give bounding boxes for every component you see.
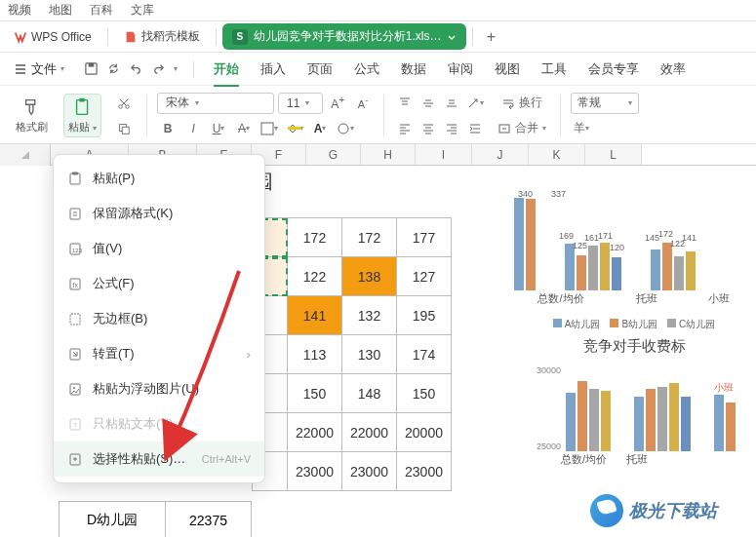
cell-highlighted[interactable]: 141	[288, 296, 342, 335]
number-format-select[interactable]: 常规 ▾	[571, 93, 639, 114]
svg-text:123: 123	[72, 248, 83, 253]
tab-data[interactable]: 数据	[401, 60, 426, 78]
cell[interactable]: 177	[397, 218, 452, 257]
copy-button[interactable]	[113, 118, 135, 139]
font-color-button[interactable]: A▾	[309, 118, 331, 139]
col-header[interactable]: G	[306, 144, 361, 165]
cell[interactable]: 195	[397, 296, 452, 335]
cell[interactable]: 172	[342, 218, 397, 257]
dropdown-icon[interactable]	[447, 32, 457, 42]
cell[interactable]: 148	[342, 374, 397, 413]
tab-page[interactable]: 页面	[307, 60, 333, 78]
cell[interactable]: D幼儿园	[59, 501, 166, 537]
embedded-charts[interactable]: 340 337 169 125 161 171 120 145 172	[512, 185, 756, 537]
clipboard-format-icon	[67, 206, 83, 221]
align-middle-button[interactable]	[418, 93, 439, 114]
data-table[interactable]: 172 172 177 122 138 127 141 132 195 113 …	[252, 217, 452, 491]
cell[interactable]: 130	[342, 335, 397, 374]
menu-item-paste-special[interactable]: 选择性粘贴(S)… Ctrl+Alt+V	[54, 441, 264, 477]
phonetic-button[interactable]: ▾	[335, 118, 356, 139]
decrease-font-button[interactable]: A-	[352, 93, 374, 114]
tab-wps-home[interactable]: WPS Office	[4, 26, 101, 48]
bar-chart-1[interactable]: 340 337 169 125 161 171 120 145 172	[512, 189, 756, 316]
tab-formula[interactable]: 公式	[354, 60, 379, 78]
fill-color-button[interactable]: ▾	[284, 118, 305, 139]
menu-item-paste[interactable]: 粘贴(P)	[54, 161, 264, 196]
nav-item[interactable]: 视频	[8, 2, 31, 19]
tab-view[interactable]: 视图	[495, 60, 520, 78]
col-header[interactable]: L	[585, 144, 642, 165]
font-name-select[interactable]: 宋体 ▾	[157, 93, 274, 114]
bold-button[interactable]: B	[157, 118, 179, 139]
strikethrough-button[interactable]: A▾	[233, 118, 255, 139]
cell[interactable]: 150	[288, 374, 342, 413]
tab-home[interactable]: 开始	[214, 60, 239, 78]
underline-button[interactable]: U▾	[208, 118, 229, 139]
bar	[526, 199, 536, 290]
tab-current-file[interactable]: S 幼儿园竞争对手数据对比分析1.xls…	[222, 23, 467, 50]
tab-membership[interactable]: 会员专享	[588, 60, 639, 78]
menu-item-as-picture[interactable]: 粘贴为浮动图片(U)	[54, 371, 264, 406]
nav-item[interactable]: 地图	[49, 2, 72, 19]
cell[interactable]: 22375	[166, 501, 252, 537]
undo-icon[interactable]	[129, 61, 143, 76]
indent-button[interactable]	[464, 118, 486, 139]
cell[interactable]: 122	[288, 257, 342, 296]
cell[interactable]: 22000	[342, 413, 397, 452]
save-icon[interactable]	[84, 61, 99, 76]
cell[interactable]: 172	[288, 218, 342, 257]
cell[interactable]: 150	[397, 374, 452, 413]
cell[interactable]: 132	[342, 296, 397, 335]
cell[interactable]: 22000	[288, 413, 342, 452]
tab-add-button[interactable]: +	[479, 25, 502, 49]
increase-font-button[interactable]: A+	[327, 93, 348, 114]
orientation-button[interactable]: ▾	[464, 93, 486, 114]
tab-tools[interactable]: 工具	[541, 60, 567, 78]
spreadsheet-icon: S	[232, 29, 248, 45]
align-bottom-button[interactable]	[441, 93, 462, 114]
align-top-button[interactable]	[394, 93, 416, 114]
qat-more-icon[interactable]: ▾	[174, 64, 178, 73]
tab-insert[interactable]: 插入	[260, 60, 286, 78]
cell[interactable]: 20000	[397, 413, 452, 452]
col-header[interactable]: J	[472, 144, 529, 165]
nav-item[interactable]: 文库	[131, 2, 154, 19]
border-button[interactable]: ▾	[259, 118, 280, 139]
redo-icon[interactable]	[151, 61, 166, 76]
align-left-button[interactable]	[394, 118, 416, 139]
menu-item-keep-source[interactable]: 保留源格式(K)	[54, 196, 264, 231]
cell[interactable]: 23000	[342, 452, 397, 491]
col-header[interactable]: K	[529, 144, 585, 165]
cell[interactable]: 23000	[288, 452, 342, 491]
bar-group	[634, 383, 691, 451]
menu-item-transpose[interactable]: 转置(T) ›	[54, 336, 264, 371]
cell[interactable]: 127	[397, 257, 452, 296]
cell[interactable]: 113	[288, 335, 342, 374]
tab-efficiency[interactable]: 效率	[660, 60, 686, 78]
tab-docer-templates[interactable]: 找稻壳模板	[114, 24, 210, 49]
menu-item-formulas[interactable]: fx 公式(F)	[54, 266, 264, 301]
paste-button[interactable]: 粘贴 ▾	[63, 94, 101, 137]
format-brush-button[interactable]: 格式刷	[12, 95, 52, 136]
cell[interactable]: 174	[397, 335, 452, 374]
cell-highlighted[interactable]: 138	[342, 257, 397, 296]
menu-item-no-border[interactable]: 无边框(B)	[54, 301, 264, 336]
tab-review[interactable]: 审阅	[448, 60, 473, 78]
font-size-select[interactable]: 11 ▾	[278, 93, 323, 114]
merge-cells-button[interactable]: 合并▾	[494, 118, 550, 139]
nav-item[interactable]: 百科	[90, 2, 113, 19]
align-center-button[interactable]	[418, 118, 439, 139]
col-header[interactable]: I	[416, 144, 472, 165]
select-all-corner[interactable]	[0, 144, 51, 166]
menu-item-values[interactable]: 123 值(V)	[54, 231, 264, 266]
italic-button[interactable]: I	[182, 118, 204, 139]
sync-icon[interactable]	[106, 61, 121, 76]
cell[interactable]: 23000	[397, 452, 452, 491]
bar-chart-2[interactable]: 30000 25000 小班 总数/均	[512, 365, 756, 473]
file-menu-button[interactable]: 文件 ▾	[6, 57, 72, 82]
wrap-text-button[interactable]: 换行	[494, 93, 550, 114]
currency-button[interactable]: 羊▾	[571, 118, 592, 139]
col-header[interactable]: H	[361, 144, 416, 165]
align-right-button[interactable]	[441, 118, 462, 139]
cut-button[interactable]	[113, 93, 135, 114]
